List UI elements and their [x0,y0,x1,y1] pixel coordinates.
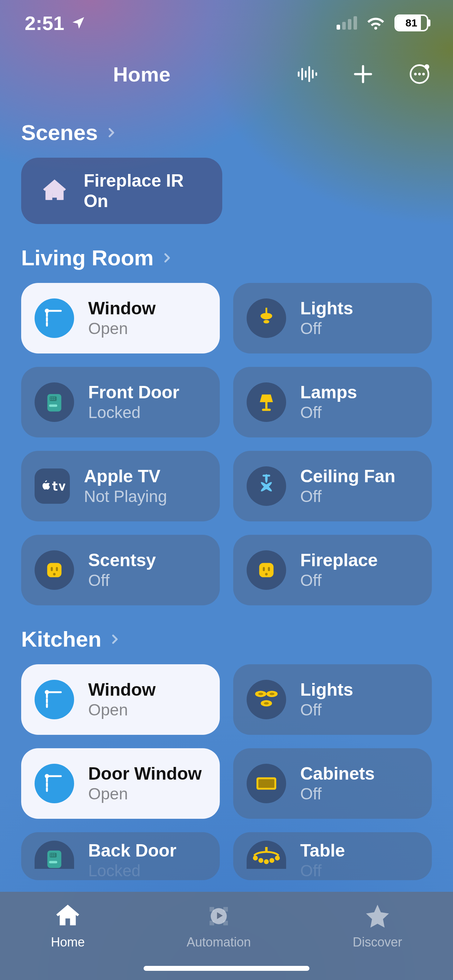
tab-automation[interactable]: Automation [187,902,251,950]
svg-point-67 [54,853,55,854]
tile-fireplace[interactable]: FireplaceOff [233,535,432,605]
svg-rect-40 [51,567,53,571]
chevron-right-icon [108,633,121,646]
tile-window[interactable]: WindowOpen [21,664,220,735]
svg-point-46 [265,573,267,575]
svg-point-25 [50,399,51,400]
chandelier-icon [246,841,286,869]
svg-point-77 [275,856,280,861]
svg-point-12 [424,64,429,69]
svg-point-73 [253,856,258,861]
tile-window[interactable]: WindowOpen [21,283,220,353]
outlet-icon [35,550,74,590]
star-tab-icon [364,902,391,930]
tile-back-door[interactable]: Back DoorLocked [21,832,220,880]
svg-point-11 [422,73,425,75]
cell-signal-icon [337,16,357,30]
svg-point-42 [53,573,56,575]
tab-discover[interactable]: Discover [353,902,402,950]
section-title: Living Room [21,245,153,270]
tile-name: Back Door [88,841,176,861]
svg-rect-58 [47,775,62,777]
tab-bar: Home Automation Discover [0,892,453,980]
tile-grid-living-room: WindowOpenLightsOffFront DoorLockedLamps… [21,283,432,605]
sensor-icon [35,298,74,338]
tile-status: Off [300,785,375,803]
svg-point-70 [54,855,55,856]
tile-door-window[interactable]: Door WindowOpen [21,748,220,819]
page-title: Home [113,62,170,86]
tile-status: Off [88,571,156,590]
lamp-icon [246,382,286,422]
tab-home[interactable]: Home [51,902,85,950]
tile-status: Open [88,701,156,719]
tile-lights[interactable]: LightsOff [233,664,432,735]
tile-ceiling-fan[interactable]: Ceiling FanOff [233,451,432,522]
tile-cabinets[interactable]: CabinetsOff [233,748,432,819]
svg-point-56 [264,702,269,705]
svg-point-23 [52,397,53,398]
sensor-icon [35,764,74,803]
pendant-icon [246,298,286,338]
tab-label: Home [51,935,85,950]
tile-lights[interactable]: LightsOff [233,283,432,353]
svg-point-75 [264,859,269,864]
appletv-icon [35,468,70,504]
tile-name: Lights [300,680,353,700]
tile-status: Locked [88,404,179,422]
svg-point-22 [50,397,51,398]
tile-front-door[interactable]: Front DoorLocked [21,367,220,438]
svg-point-27 [54,399,55,400]
tile-apple-tv[interactable]: Apple TVNot Playing [21,451,220,522]
svg-point-66 [52,853,53,854]
content: Scenes Fireplace IR On Living Room Windo… [0,106,453,892]
section-header-kitchen[interactable]: Kitchen [21,627,432,652]
tile-table[interactable]: TableOff [233,832,432,880]
home-indicator[interactable] [144,966,309,971]
tile-name: Ceiling Fan [300,466,395,486]
svg-point-26 [52,399,53,400]
svg-rect-18 [265,308,267,313]
add-button[interactable] [351,62,375,86]
svg-point-74 [258,858,263,863]
svg-rect-44 [263,567,265,571]
svg-point-52 [258,693,263,695]
tile-status: Off [300,701,353,719]
svg-point-10 [418,73,421,75]
tile-status: Off [300,320,353,338]
tile-scentsy[interactable]: ScentsyOff [21,535,220,605]
svg-rect-48 [47,691,62,693]
home-tab-icon [54,902,81,930]
chevron-right-icon [105,126,118,139]
tile-name: Cabinets [300,764,375,784]
tile-name: Lamps [300,382,357,402]
tile-name: Lights [300,298,353,318]
tile-name: Window [88,298,156,318]
house-icon [41,176,68,206]
svg-rect-30 [262,409,271,411]
svg-point-9 [414,73,416,75]
section-title: Kitchen [21,627,101,652]
section-header-living-room[interactable]: Living Room [21,245,432,270]
tile-name: Scentsy [88,550,156,570]
tile-status: Off [300,404,357,422]
svg-rect-45 [268,567,270,571]
svg-point-19 [264,320,270,323]
tile-lamps[interactable]: LampsOff [233,367,432,438]
svg-point-24 [54,397,55,398]
outlet-icon [246,550,286,590]
svg-rect-28 [49,405,57,407]
tile-grid-kitchen: WindowOpenLightsOffDoor WindowOpenCabine… [21,664,432,880]
tile-name: Apple TV [84,466,167,486]
tile-status: Open [88,785,202,803]
section-header-scenes[interactable]: Scenes [21,120,432,145]
tile-name: Window [88,680,156,700]
more-button[interactable] [407,62,432,86]
intercom-button[interactable] [294,62,319,86]
location-icon [71,15,86,31]
svg-point-54 [270,693,275,695]
scene-label: Fireplace IR On [84,170,202,211]
scene-tile-fireplace-ir-on[interactable]: Fireplace IR On [21,158,222,224]
lock-icon [35,841,74,869]
tile-name: Table [300,841,345,861]
